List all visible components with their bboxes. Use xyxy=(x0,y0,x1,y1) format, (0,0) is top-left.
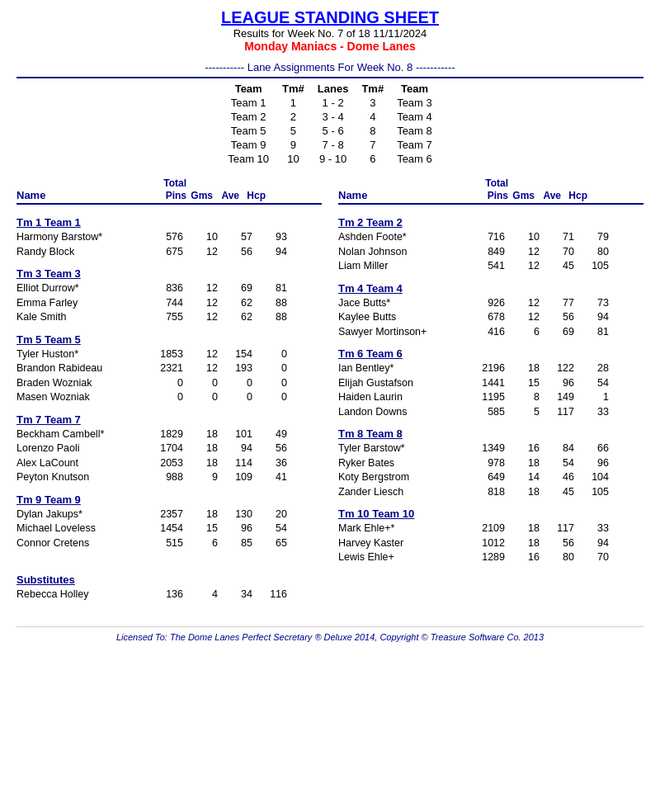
lane-cell: 10 xyxy=(276,152,311,166)
lane-cell: Team 10 xyxy=(221,152,276,166)
player-name: Beckham Cambell* xyxy=(16,427,148,442)
player-pins: 416 xyxy=(470,325,505,340)
league-name: Monday Maniacs - Dome Lanes xyxy=(16,40,644,53)
lane-cell: Team 7 xyxy=(390,138,439,152)
player-name: Nolan Johnson xyxy=(338,245,470,260)
player-pins: 1454 xyxy=(148,522,183,536)
player-gms: 12 xyxy=(505,245,540,260)
player-ave: 57 xyxy=(218,230,252,245)
team-block: Tm 3 Team 3Elliot Durrow*836126981Emma F… xyxy=(16,267,322,325)
player-ave: 0 xyxy=(218,376,252,391)
player-ave: 45 xyxy=(540,259,574,274)
player-hcp: 81 xyxy=(252,281,287,296)
team-header: Tm 6 Team 6 xyxy=(338,347,644,360)
right-header-rule xyxy=(338,203,644,205)
player-gms: 12 xyxy=(183,361,218,376)
left-header-rule xyxy=(16,203,322,205)
player-gms: 6 xyxy=(505,325,540,340)
left-header: Total Name Pins Gms Ave Hcp xyxy=(16,177,322,208)
teams-layout: Tm 1 Team 1Harmony Barstow*576105793Rand… xyxy=(16,208,644,565)
player-row: Zander Liesch8181845105 xyxy=(338,485,644,500)
player-name: Sawyer Mortinson+ xyxy=(338,325,470,340)
player-row: Kaylee Butts678125694 xyxy=(338,310,644,325)
player-ave: 84 xyxy=(540,441,574,456)
player-pins: 818 xyxy=(470,485,505,500)
player-name: Harvey Kaster xyxy=(338,536,470,551)
player-hcp: 36 xyxy=(252,456,287,471)
player-row: Elliot Durrow*836126981 xyxy=(16,281,322,296)
player-pins: 988 xyxy=(148,470,183,485)
player-pins: 1289 xyxy=(470,550,505,565)
left-ave-label: Ave xyxy=(213,190,239,201)
lane-col-team2: Team xyxy=(390,82,439,96)
player-name: Connor Cretens xyxy=(16,536,148,551)
header: LEAGUE STANDING SHEET Results for Week N… xyxy=(16,8,644,53)
lane-cell: Team 2 xyxy=(221,110,276,124)
left-col-labels-bottom: Name Pins Gms Ave Hcp xyxy=(16,189,322,201)
player-ave: 56 xyxy=(540,536,574,551)
player-row: Lorenzo Paoli1704189456 xyxy=(16,441,322,456)
player-gms: 16 xyxy=(505,550,540,565)
player-name: Tyler Huston* xyxy=(16,347,148,362)
main-title: LEAGUE STANDING SHEET xyxy=(16,8,644,27)
player-hcp: 54 xyxy=(252,522,287,536)
player-pins: 1704 xyxy=(148,441,183,456)
team-block: Tm 4 Team 4Jace Butts*926127773Kaylee Bu… xyxy=(338,282,644,340)
player-name: Koty Bergstrom xyxy=(338,470,470,485)
player-hcp: 93 xyxy=(252,230,287,245)
lane-col-lanes: Lanes xyxy=(311,82,356,96)
player-name: Ashden Foote* xyxy=(338,230,470,245)
lane-cell: 9 - 10 xyxy=(311,152,356,166)
team-header: Tm 7 Team 7 xyxy=(16,413,322,426)
team-header: Tm 9 Team 9 xyxy=(16,493,322,506)
player-gms: 18 xyxy=(505,456,540,471)
player-gms: 9 xyxy=(183,470,218,485)
player-ave: 80 xyxy=(540,550,574,565)
player-gms: 12 xyxy=(183,347,218,362)
player-row: Lewis Ehle+1289168070 xyxy=(338,550,644,565)
lane-table: Team Tm# Lanes Tm# Team Team 111 - 23Tea… xyxy=(221,82,439,166)
player-gms: 12 xyxy=(183,296,218,311)
lane-assignments: ----------- Lane Assignments For Week No… xyxy=(16,61,644,166)
player-ave: 96 xyxy=(540,376,574,391)
player-ave: 154 xyxy=(218,347,252,362)
player-row: Mark Ehle+*21091811733 xyxy=(338,522,644,536)
lane-header-row: Team Tm# Lanes Tm# Team xyxy=(221,82,439,96)
player-hcp: 0 xyxy=(252,361,287,376)
player-pins: 755 xyxy=(148,310,183,325)
player-hcp: 79 xyxy=(574,230,609,245)
right-gms-label: Gms xyxy=(508,190,535,201)
player-name: Dylan Jakups* xyxy=(16,508,148,522)
player-row: Randy Block675125694 xyxy=(16,245,322,260)
player-hcp: 96 xyxy=(574,456,609,471)
player-row: Ryker Bates978185496 xyxy=(338,456,644,471)
player-ave: 122 xyxy=(540,361,574,376)
player-pins: 576 xyxy=(148,230,183,245)
standings-section: Total Name Pins Gms Ave Hcp To xyxy=(16,177,644,602)
player-gms: 8 xyxy=(505,390,540,405)
player-ave: 101 xyxy=(218,427,252,442)
player-pins: 1012 xyxy=(470,536,505,551)
lane-cell: Team 6 xyxy=(390,152,439,166)
team-block: Tm 10 Team 10Mark Ehle+*21091811733Harve… xyxy=(338,508,644,565)
page-container: LEAGUE STANDING SHEET Results for Week N… xyxy=(16,8,644,642)
player-ave: 117 xyxy=(540,405,574,420)
player-row: Landon Downs585511733 xyxy=(338,405,644,420)
lane-cell: 7 xyxy=(355,138,390,152)
player-gms: 5 xyxy=(505,405,540,420)
lane-cell: Team 8 xyxy=(390,124,439,138)
team-header: Tm 10 Team 10 xyxy=(338,508,644,520)
player-hcp: 56 xyxy=(252,441,287,456)
player-pins: 675 xyxy=(148,245,183,260)
right-header: Total Name Pins Gms Ave Hcp xyxy=(338,177,644,208)
player-name: Masen Wozniak xyxy=(16,390,148,405)
player-row: Emma Farley744126288 xyxy=(16,296,322,311)
player-pins: 2321 xyxy=(148,361,183,376)
player-name: Peyton Knutson xyxy=(16,470,148,485)
team-block: Tm 8 Team 8Tyler Barstow*1349168466Ryker… xyxy=(338,427,644,499)
team-header: Tm 2 Team 2 xyxy=(338,216,644,229)
player-row: Michael Loveless1454159654 xyxy=(16,522,322,536)
team-block: Tm 6 Team 6Ian Bentley*21961812228Elijah… xyxy=(338,347,644,419)
lane-row: Team 997 - 87Team 7 xyxy=(221,138,439,152)
right-hcp-label: Hcp xyxy=(561,190,587,201)
